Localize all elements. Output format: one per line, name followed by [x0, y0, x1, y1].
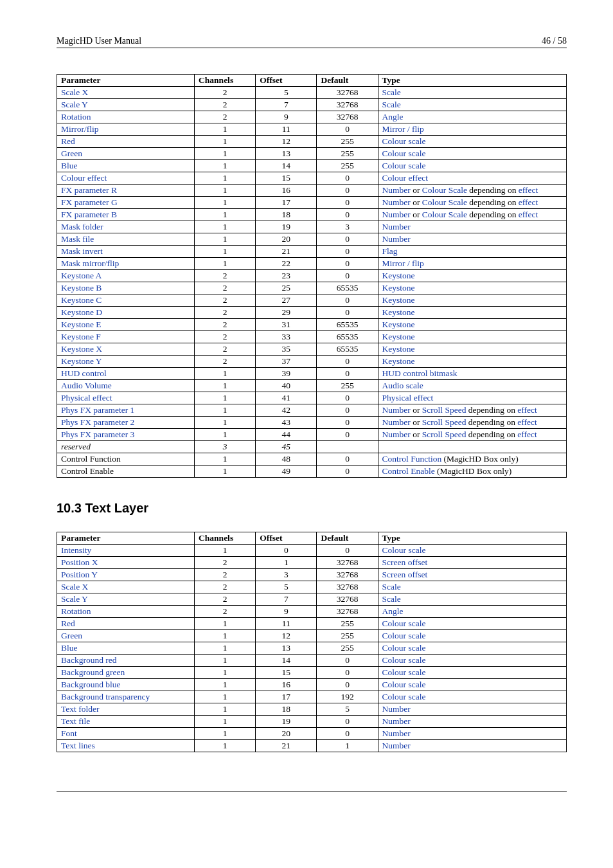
type-link[interactable]: Angle: [382, 606, 404, 616]
type-link[interactable]: Scale: [382, 582, 401, 592]
parameter-link[interactable]: FX parameter B: [61, 210, 117, 219]
type-link[interactable]: effect: [517, 417, 537, 427]
parameter-link[interactable]: Scale Y: [61, 594, 88, 604]
type-link[interactable]: Colour scale: [382, 136, 426, 146]
type-link[interactable]: Angle: [382, 112, 404, 122]
parameter-link[interactable]: Text file: [61, 716, 90, 726]
type-link[interactable]: Colour Scale: [422, 185, 467, 195]
parameter-link[interactable]: Green: [61, 631, 82, 640]
type-link[interactable]: Number: [382, 741, 411, 750]
parameter-link[interactable]: Phys FX parameter 3: [61, 429, 134, 439]
type-link[interactable]: Physical effect: [382, 393, 434, 402]
parameter-link[interactable]: Intensity: [61, 545, 91, 555]
parameter-link[interactable]: HUD control: [61, 368, 107, 378]
type-link[interactable]: Keystone: [382, 332, 415, 341]
parameter-link[interactable]: Blue: [61, 643, 78, 653]
type-link[interactable]: Number: [382, 185, 411, 195]
type-link[interactable]: Number: [382, 429, 411, 439]
type-link[interactable]: effect: [519, 210, 538, 219]
parameter-link[interactable]: Background red: [61, 655, 117, 665]
type-link[interactable]: Colour scale: [382, 619, 426, 628]
parameter-link[interactable]: Position Y: [61, 570, 98, 579]
parameter-link[interactable]: FX parameter G: [61, 197, 118, 207]
type-link[interactable]: Colour effect: [382, 173, 428, 183]
parameter-link[interactable]: FX parameter R: [61, 185, 117, 195]
parameter-link[interactable]: Text lines: [61, 741, 95, 750]
type-link[interactable]: Screen offset: [382, 570, 428, 579]
parameter-link[interactable]: Mask file: [61, 234, 94, 244]
type-link[interactable]: Colour scale: [382, 655, 426, 665]
parameter-link[interactable]: Scale X: [61, 582, 88, 592]
type-link[interactable]: Number: [382, 222, 411, 231]
parameter-link[interactable]: Mask folder: [61, 222, 103, 231]
type-link[interactable]: Scale: [382, 100, 401, 109]
type-link[interactable]: Keystone: [382, 307, 415, 317]
parameter-link[interactable]: Background green: [61, 667, 125, 677]
parameter-link[interactable]: Keystone F: [61, 332, 101, 341]
type-link[interactable]: Number: [382, 210, 411, 219]
type-link[interactable]: Flag: [382, 246, 398, 256]
type-link[interactable]: Number: [382, 728, 411, 738]
type-link[interactable]: Colour scale: [382, 680, 426, 689]
type-link[interactable]: Control Function: [382, 454, 442, 464]
parameter-link[interactable]: Blue: [61, 161, 78, 170]
parameter-link[interactable]: Keystone C: [61, 295, 102, 305]
parameter-link[interactable]: Mirror/flip: [61, 124, 99, 134]
type-link[interactable]: HUD control bitmask: [382, 368, 458, 378]
type-link[interactable]: Screen offset: [382, 557, 428, 567]
parameter-link[interactable]: Mask invert: [61, 246, 103, 256]
parameter-link[interactable]: Keystone D: [61, 307, 102, 317]
parameter-link[interactable]: Mask mirror/flip: [61, 258, 119, 268]
parameter-link[interactable]: Scale Y: [61, 100, 88, 109]
parameter-link[interactable]: Keystone Y: [61, 356, 102, 366]
type-link[interactable]: Number: [382, 405, 411, 415]
parameter-link[interactable]: Background transparency: [61, 692, 150, 701]
parameter-link[interactable]: Audio Volume: [61, 381, 112, 390]
type-link[interactable]: Audio scale: [382, 381, 423, 390]
type-link[interactable]: Colour Scale: [422, 197, 467, 207]
parameter-link[interactable]: Phys FX parameter 1: [61, 405, 134, 415]
parameter-link[interactable]: Rotation: [61, 112, 91, 122]
type-link[interactable]: Number: [382, 716, 411, 726]
parameter-link[interactable]: Text folder: [61, 704, 99, 714]
type-link[interactable]: Scale: [382, 87, 401, 97]
type-link[interactable]: effect: [517, 429, 537, 439]
type-link[interactable]: Keystone: [382, 320, 415, 329]
type-link[interactable]: Colour scale: [382, 692, 426, 701]
parameter-link[interactable]: Keystone X: [61, 344, 102, 354]
type-link[interactable]: effect: [519, 197, 538, 207]
parameter-link[interactable]: Red: [61, 136, 75, 146]
type-link[interactable]: Colour scale: [382, 643, 426, 653]
type-link[interactable]: effect: [517, 405, 537, 415]
type-link[interactable]: Colour scale: [382, 161, 426, 170]
type-link[interactable]: Colour Scale: [422, 210, 467, 219]
type-link[interactable]: Keystone: [382, 283, 415, 293]
type-link[interactable]: Mirror / flip: [382, 124, 424, 134]
parameter-link[interactable]: Font: [61, 728, 77, 738]
type-link[interactable]: Number: [382, 197, 411, 207]
type-link[interactable]: Keystone: [382, 344, 415, 354]
parameter-link[interactable]: Green: [61, 149, 82, 158]
parameter-link[interactable]: Position X: [61, 557, 98, 567]
type-link[interactable]: Colour scale: [382, 631, 426, 640]
type-link[interactable]: Scroll Speed: [422, 417, 466, 427]
type-link[interactable]: Keystone: [382, 295, 415, 305]
parameter-link[interactable]: Keystone B: [61, 283, 102, 293]
parameter-link[interactable]: Phys FX parameter 2: [61, 417, 134, 427]
type-link[interactable]: Scale: [382, 594, 401, 604]
parameter-link[interactable]: Physical effect: [61, 393, 112, 402]
type-link[interactable]: Keystone: [382, 356, 415, 366]
type-link[interactable]: Number: [382, 417, 411, 427]
parameter-link[interactable]: Background blue: [61, 680, 121, 689]
type-link[interactable]: Colour scale: [382, 149, 426, 158]
type-link[interactable]: Number: [382, 234, 411, 244]
parameter-link[interactable]: Keystone E: [61, 320, 102, 329]
parameter-link[interactable]: Keystone A: [61, 271, 102, 280]
type-link[interactable]: Colour scale: [382, 667, 426, 677]
type-link[interactable]: Control Enable: [382, 466, 435, 476]
type-link[interactable]: Scroll Speed: [422, 429, 466, 439]
type-link[interactable]: Mirror / flip: [382, 258, 424, 268]
parameter-link[interactable]: Colour effect: [61, 173, 107, 183]
type-link[interactable]: effect: [519, 185, 538, 195]
type-link[interactable]: Keystone: [382, 271, 415, 280]
